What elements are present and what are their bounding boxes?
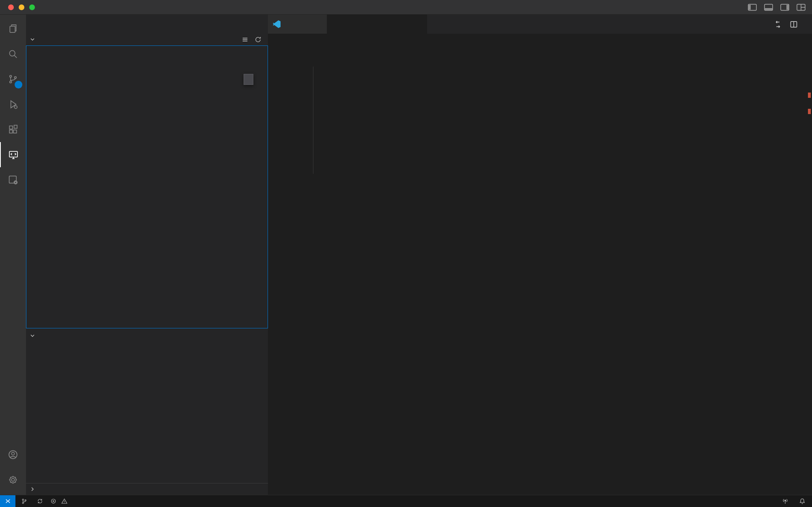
- search-icon[interactable]: [0, 41, 26, 67]
- toggle-panel-icon[interactable]: [764, 4, 773, 11]
- code-editor[interactable]: [268, 47, 812, 495]
- overview-ruler-mark: [808, 109, 811, 114]
- tab-welcome[interactable]: [268, 15, 327, 34]
- chevron-down-icon: [29, 332, 36, 339]
- traffic-lights: [8, 0, 35, 14]
- split-editor-icon[interactable]: [790, 20, 798, 28]
- accounts-icon[interactable]: [0, 442, 26, 467]
- extensions-icon[interactable]: [0, 117, 26, 142]
- section-dev-volumes[interactable]: [26, 330, 268, 342]
- overview-ruler-mark: [808, 93, 811, 98]
- close-window-button[interactable]: [8, 4, 14, 10]
- customize-layout-icon[interactable]: [797, 4, 806, 11]
- explorer-icon[interactable]: [0, 16, 26, 41]
- container-list-icon[interactable]: [242, 36, 248, 43]
- containers-icon[interactable]: [0, 167, 26, 192]
- chevron-down-icon: [29, 36, 36, 43]
- zoom-window-button[interactable]: [29, 4, 35, 10]
- open-changes-icon[interactable]: [774, 20, 782, 28]
- status-problems[interactable]: [50, 498, 70, 504]
- sidebar-remote-explorer: [26, 15, 268, 495]
- tooltip-attach-new-window: [244, 74, 253, 85]
- dev-containers-tree: [26, 45, 268, 328]
- breadcrumb: [268, 34, 812, 47]
- toggle-secondary-sidebar-icon[interactable]: [780, 4, 789, 11]
- run-debug-icon[interactable]: [0, 92, 26, 117]
- settings-gear-icon[interactable]: [0, 467, 26, 492]
- minimize-window-button[interactable]: [19, 4, 24, 10]
- status-branch[interactable]: [21, 498, 30, 505]
- scm-badge: [15, 81, 22, 88]
- tab-bar: [268, 15, 812, 34]
- titlebar: [0, 0, 812, 15]
- status-bar: [0, 495, 812, 507]
- sync-icon[interactable]: [37, 498, 43, 504]
- remote-explorer-icon[interactable]: [0, 142, 26, 167]
- vscode-logo-icon: [273, 20, 281, 28]
- broadcast-icon[interactable]: [782, 498, 788, 505]
- indent-guide: [313, 67, 313, 174]
- source-control-icon[interactable]: [0, 67, 26, 92]
- section-dev-containers[interactable]: [26, 33, 268, 45]
- toggle-sidebar-icon[interactable]: [748, 4, 757, 11]
- refresh-icon[interactable]: [255, 36, 261, 43]
- section-help-feedback[interactable]: [26, 483, 268, 495]
- notifications-bell-icon[interactable]: [799, 498, 806, 505]
- activity-bar: [0, 15, 26, 495]
- sidebar-header: [26, 15, 268, 33]
- chevron-right-icon: [29, 486, 36, 492]
- tab-extensions-json[interactable]: [327, 15, 427, 34]
- remote-indicator[interactable]: [0, 495, 15, 507]
